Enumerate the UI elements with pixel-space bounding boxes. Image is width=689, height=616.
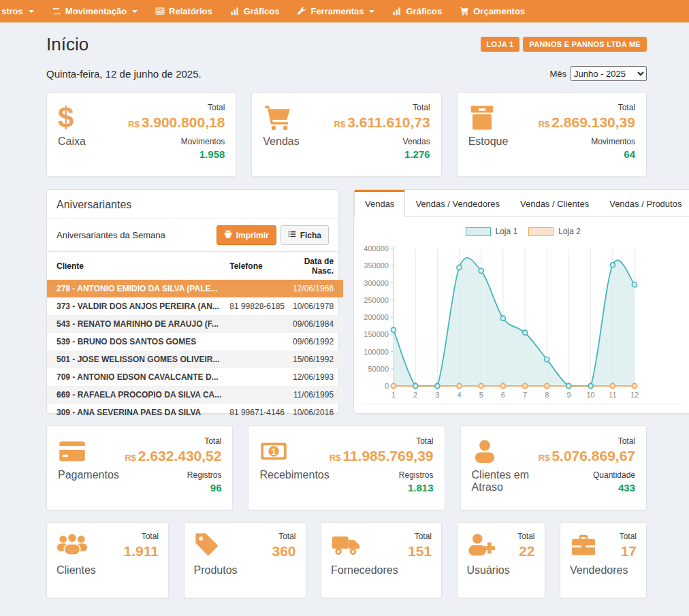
card-label: Vendas: [263, 135, 299, 148]
card-label: Pagamentos: [58, 469, 119, 481]
sales-chart-svg: 1234567891011120500001000001500002000002…: [362, 240, 640, 401]
total-value: 5.076.869,67: [551, 448, 635, 464]
box-icon: [468, 103, 509, 133]
col-data-nasc: Data de Nasc.: [289, 252, 343, 280]
cart-icon: [460, 7, 469, 16]
total-label: Total: [408, 532, 432, 541]
user-icon: [472, 436, 539, 466]
chart-legend: Loja 1 Loja 2: [362, 227, 684, 236]
total-label: Total: [539, 103, 635, 112]
briefcase-icon: [570, 532, 597, 560]
legend-item-loja2[interactable]: Loja 2: [528, 227, 581, 236]
count-label: Registros: [330, 470, 434, 480]
nav-item-orcamentos[interactable]: Orçamentos: [451, 0, 534, 22]
table-row[interactable]: 278 - ANTONIO EMIDIO DA SILVA (PALE...12…: [47, 280, 343, 297]
cell-phone: [225, 280, 289, 297]
top-navbar: stros Movimentação Relatórios Gráficos F…: [0, 0, 689, 22]
card-label: Usuários: [467, 564, 535, 577]
table-row[interactable]: 309 - ANA SEVERINA PAES DA SILVA81 99671…: [47, 404, 343, 421]
count-value: 22: [517, 543, 534, 560]
svg-text:9: 9: [566, 391, 571, 399]
card-produtos: Total 360 Produtos: [184, 522, 306, 598]
cell-birth: 15/06/1992: [289, 351, 343, 368]
tab-vendas-produtos[interactable]: Vendas / Produtos: [599, 190, 689, 217]
printer-icon: [224, 230, 232, 240]
cell-phone: [225, 386, 289, 404]
count-value: 96: [125, 482, 221, 493]
card-clientes: Total 1.911 Clientes: [46, 522, 169, 598]
table-row[interactable]: 669 - RAFAELA PROCOPIO DA SILVA CA...11/…: [47, 386, 343, 404]
nav-item-cadastros[interactable]: stros: [0, 0, 43, 22]
total-label: Total: [334, 103, 430, 112]
users-icon: [57, 532, 88, 560]
current-date: Quinta-feira, 12 de junho de 2025.: [46, 68, 202, 80]
col-telefone: Telefone: [225, 252, 289, 280]
nav-item-graficos-1[interactable]: Gráficos: [221, 0, 289, 22]
birthdays-table: Cliente Telefone Data de Nasc. 278 - ANT…: [47, 252, 343, 421]
count-value: 1.813: [330, 482, 434, 493]
count-value: 433: [539, 482, 635, 493]
cell-birth: 10/06/2016: [289, 404, 343, 421]
table-row[interactable]: 539 - BRUNO DOS SANTOS GOMES09/06/1992: [47, 333, 343, 351]
card-recebimentos: 1 Recebimentos Total R$11.985.769,39 Reg…: [248, 425, 445, 510]
cell-birth: 11/06/1995: [289, 386, 343, 404]
cell-client: 709 - ANTONIO EDSON CAVALCANTE D...: [47, 368, 225, 386]
card-estoque: Estoque Total R$2.869.130,39 Movimentos …: [457, 92, 647, 177]
legend-item-loja1[interactable]: Loja 1: [466, 227, 518, 236]
ficha-button-label: Ficha: [300, 231, 321, 240]
svg-text:2: 2: [413, 391, 417, 399]
svg-text:11: 11: [609, 391, 616, 399]
currency-prefix: R$: [330, 453, 341, 463]
card-label: Estoque: [468, 135, 509, 148]
month-select[interactable]: Junho - 2025: [571, 66, 647, 81]
tab-vendas-clientes[interactable]: Vendas / Clientes: [510, 190, 599, 217]
nav-item-graficos-2[interactable]: Gráficos: [383, 0, 451, 22]
count-label: Movimentos: [539, 137, 635, 146]
nav-item-ferramentas[interactable]: Ferramentas: [288, 0, 383, 22]
table-row[interactable]: 543 - RENATO MARINHO DE ARAUJO (F...09/0…: [47, 315, 343, 333]
total-label: Total: [124, 532, 159, 541]
table-row[interactable]: 501 - JOSE WELISSON GOMES OLIVEIR...15/0…: [47, 351, 343, 368]
svg-text:300000: 300000: [364, 279, 389, 287]
nav-item-relatorios[interactable]: Relatórios: [146, 0, 221, 22]
legend-label: Loja 1: [496, 227, 518, 236]
cell-birth: 09/06/1992: [289, 333, 343, 351]
page-header: Início LOJA 1 PANNOS E PANNOS LTDA ME: [46, 22, 647, 55]
cell-client: 373 - VALDIR DOS ANJOS PEREIRA (AN...: [47, 297, 225, 315]
nav-item-label: Relatórios: [169, 6, 212, 16]
svg-text:1: 1: [391, 391, 396, 399]
ficha-button[interactable]: Ficha: [281, 225, 329, 245]
table-row[interactable]: 709 - ANTONIO EDSON CAVALCANTE D...12/06…: [47, 368, 343, 386]
card-label: Caixa: [58, 135, 86, 148]
month-label: Mês: [549, 69, 566, 79]
svg-text:4: 4: [457, 391, 461, 399]
print-button[interactable]: Imprimir: [217, 225, 276, 245]
cell-birth: 12/06/1966: [289, 280, 343, 297]
nav-item-label: Gráficos: [406, 6, 442, 16]
card-label: Vendedores: [570, 564, 637, 577]
total-value: 2.869.130,39: [551, 114, 635, 130]
tab-vendas[interactable]: Vendas: [354, 190, 405, 217]
total-label: Total: [128, 103, 225, 112]
card-label: Recebimentos: [259, 469, 329, 481]
tab-vendas-vendedores[interactable]: Vendas / Vendedores: [405, 190, 510, 217]
currency-prefix: R$: [539, 119, 550, 129]
company-badge: PANNOS E PANNOS LTDA ME: [523, 37, 647, 52]
svg-text:50000: 50000: [368, 365, 389, 373]
svg-text:0: 0: [385, 382, 389, 390]
card-label: Produtos: [194, 564, 296, 577]
svg-text:400000: 400000: [364, 244, 389, 253]
svg-text:150000: 150000: [364, 330, 389, 338]
svg-text:3: 3: [435, 391, 439, 399]
nav-item-movimentacao[interactable]: Movimentação: [43, 0, 146, 22]
table-row[interactable]: 373 - VALDIR DOS ANJOS PEREIRA (AN...81 …: [47, 297, 343, 315]
svg-text:10: 10: [587, 391, 595, 399]
card-label: Clientes: [57, 564, 159, 577]
cell-phone: [225, 351, 289, 368]
total-label: Total: [330, 436, 434, 446]
birthdays-panel: Aniversariantes Aniversariantes da Seman…: [46, 189, 339, 414]
money-bill-icon: 1: [259, 436, 329, 466]
report-icon: [155, 7, 165, 16]
month-picker: Mês Junho - 2025: [549, 66, 647, 81]
print-button-label: Imprimir: [236, 231, 269, 240]
